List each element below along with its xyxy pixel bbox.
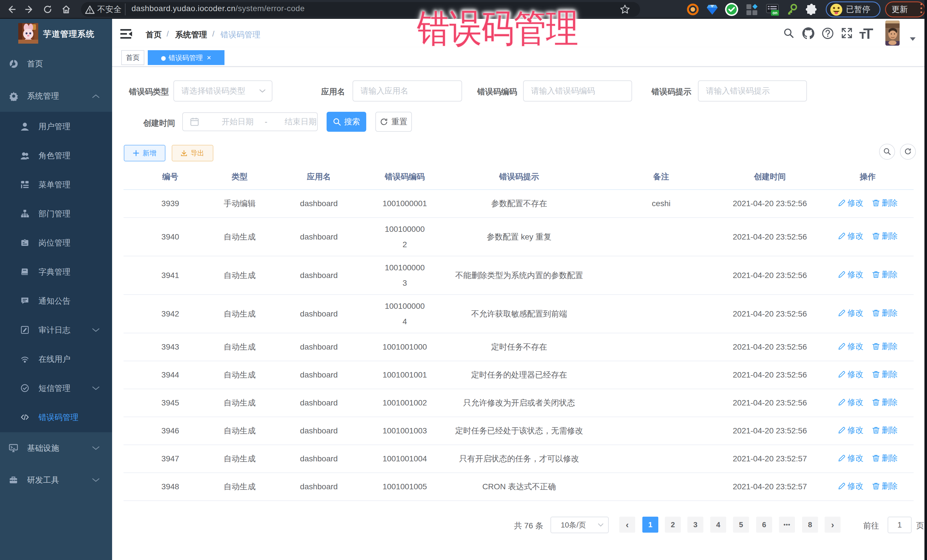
svg-text:on: on [772,11,777,15]
